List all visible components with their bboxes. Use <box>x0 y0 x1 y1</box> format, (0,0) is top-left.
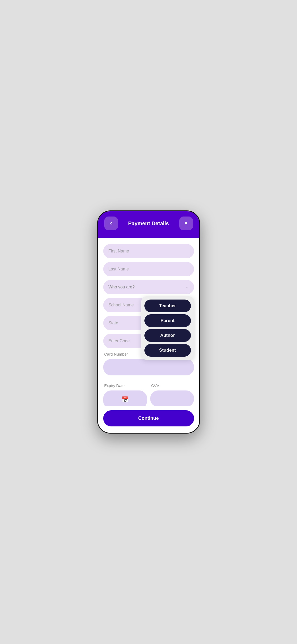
who-you-are-wrapper: Who you are? ⌄ Teacher Parent Author Stu… <box>103 280 194 294</box>
cvv-col: CVV <box>150 383 194 406</box>
option-author[interactable]: Author <box>144 329 191 342</box>
chevron-down-icon: ⌄ <box>186 285 189 289</box>
who-you-are-dropdown[interactable]: Who you are? ⌄ <box>103 280 194 294</box>
calendar-icon: 📅 <box>121 396 129 403</box>
expiry-input[interactable]: 📅 <box>103 390 147 406</box>
first-name-group <box>103 244 194 258</box>
favorite-button[interactable]: ♥ <box>179 217 193 230</box>
phone-frame: < Payment Details ♥ Who you are? ⌄ <box>97 210 200 434</box>
form-content: Who you are? ⌄ Teacher Parent Author Stu… <box>98 238 199 406</box>
who-you-are-group: Who you are? ⌄ Teacher Parent Author Stu… <box>103 280 194 294</box>
cvv-label: CVV <box>150 383 194 388</box>
card-number-input[interactable] <box>103 359 194 375</box>
expiry-label: Expiry Date <box>103 383 147 388</box>
last-name-input[interactable] <box>103 262 194 276</box>
first-name-input[interactable] <box>103 244 194 258</box>
option-student[interactable]: Student <box>144 344 191 357</box>
option-parent[interactable]: Parent <box>144 314 191 327</box>
who-you-are-label: Who you are? <box>109 285 135 289</box>
page-title: Payment Details <box>118 220 179 227</box>
continue-button[interactable]: Continue <box>103 410 194 426</box>
last-name-group <box>103 262 194 276</box>
dropdown-menu: Teacher Parent Author Student <box>141 296 194 360</box>
header: < Payment Details ♥ <box>98 211 199 238</box>
option-teacher[interactable]: Teacher <box>144 300 191 312</box>
continue-section: Continue <box>98 406 199 433</box>
expiry-col: Expiry Date 📅 <box>103 383 147 406</box>
cvv-input[interactable] <box>150 390 194 406</box>
back-icon: < <box>110 221 112 226</box>
heart-icon: ♥ <box>185 221 187 226</box>
expiry-cvv-row: Expiry Date 📅 CVV <box>103 383 194 406</box>
back-button[interactable]: < <box>104 217 118 230</box>
